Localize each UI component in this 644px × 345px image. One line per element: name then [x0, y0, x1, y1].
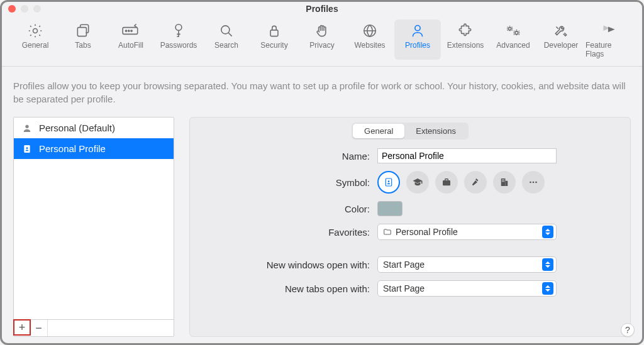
chevron-updown-icon	[542, 226, 553, 238]
intro-text: Profiles allow you to keep your browsing…	[13, 79, 631, 106]
tab-feature-flags[interactable]: Feature Flags	[586, 19, 632, 60]
symbol-briefcase[interactable]	[435, 171, 458, 194]
svg-rect-19	[501, 178, 506, 186]
row-symbol: Symbol:	[201, 171, 619, 194]
svg-point-10	[415, 26, 420, 31]
color-label: Color:	[201, 204, 377, 214]
svg-point-15	[26, 147, 28, 149]
svg-rect-18	[443, 180, 450, 185]
new-windows-popup[interactable]: Start Page	[377, 256, 557, 273]
profile-row-label: Personal Profile	[39, 143, 106, 154]
add-profile-button[interactable]: +	[13, 319, 31, 336]
svg-rect-22	[504, 180, 505, 181]
tab-tabs[interactable]: Tabs	[60, 19, 106, 60]
svg-point-7	[221, 26, 230, 34]
help-button[interactable]: ?	[621, 323, 635, 337]
sidebar-footer: + −	[14, 319, 174, 336]
profile-row-default[interactable]: Personal (Default)	[14, 118, 174, 138]
folder-icon	[383, 227, 392, 236]
svg-point-25	[530, 182, 531, 183]
remove-profile-button[interactable]: −	[30, 320, 48, 336]
preferences-window: Profiles General Tabs AutoFill Passwords…	[0, 0, 644, 345]
svg-point-17	[388, 180, 390, 182]
gears-icon	[504, 22, 522, 40]
chevron-updown-icon	[542, 282, 553, 295]
profile-detail-panel: General Extensions Name: Symbol:	[189, 117, 631, 337]
name-label: Name:	[201, 151, 377, 162]
profiles-sidebar: Personal (Default) Personal Profile + −	[13, 117, 174, 337]
tab-general[interactable]: General	[12, 19, 58, 60]
person-icon	[21, 123, 33, 133]
new-tabs-popup[interactable]: Start Page	[377, 280, 557, 297]
new-windows-label: New windows open with:	[201, 260, 377, 270]
name-field[interactable]	[377, 148, 557, 163]
hand-icon	[314, 22, 330, 40]
svg-point-27	[535, 182, 537, 183]
symbol-label: Symbol:	[201, 177, 377, 188]
profile-row-label: Personal (Default)	[39, 123, 115, 133]
tab-extensions[interactable]: Extensions	[442, 19, 489, 60]
tab-developer[interactable]: Developer	[538, 19, 584, 60]
new-tabs-label: New tabs open with:	[201, 283, 377, 294]
tabs-icon	[75, 22, 91, 40]
key-icon	[170, 22, 187, 40]
svg-rect-23	[502, 181, 503, 182]
tab-passwords[interactable]: Passwords	[155, 19, 202, 60]
detail-segmented-control: General Extensions	[352, 123, 469, 140]
gear-icon	[27, 22, 43, 40]
flags-icon	[599, 22, 618, 40]
row-new-tabs: New tabs open with: Start Page	[201, 280, 619, 297]
tab-security[interactable]: Security	[251, 19, 297, 60]
symbol-hammer[interactable]	[464, 171, 487, 194]
tab-profiles[interactable]: Profiles	[394, 19, 441, 60]
svg-point-12	[515, 31, 518, 35]
globe-icon	[362, 22, 378, 40]
badge-icon	[21, 144, 33, 154]
svg-point-13	[25, 124, 28, 128]
tab-autofill[interactable]: AutoFill	[108, 19, 154, 60]
profiles-list[interactable]: Personal (Default) Personal Profile	[14, 118, 174, 319]
symbol-building[interactable]	[493, 171, 516, 194]
puzzle-icon	[457, 22, 474, 40]
favorites-popup[interactable]: Personal Profile	[377, 224, 557, 240]
svg-point-3	[125, 30, 126, 31]
row-favorites: Favorites: Personal Profile	[201, 224, 619, 240]
tab-privacy[interactable]: Privacy	[299, 19, 345, 60]
tab-search[interactable]: Search	[203, 19, 250, 60]
segment-extensions[interactable]: Extensions	[404, 124, 467, 138]
row-color: Color:	[201, 201, 619, 216]
favorites-value: Personal Profile	[383, 227, 542, 237]
row-new-windows: New windows open with: Start Page	[201, 256, 619, 273]
svg-rect-8	[270, 30, 278, 36]
svg-rect-20	[506, 181, 508, 186]
content-area: Profiles allow you to keep your browsing…	[2, 67, 642, 343]
tab-websites[interactable]: Websites	[347, 19, 393, 60]
profile-row-personal[interactable]: Personal Profile	[14, 138, 174, 159]
color-swatch[interactable]	[377, 201, 402, 216]
segment-general[interactable]: General	[353, 124, 404, 138]
svg-point-6	[175, 25, 182, 31]
columns: Personal (Default) Personal Profile + − …	[13, 117, 631, 337]
tools-icon	[553, 22, 569, 40]
svg-rect-1	[77, 28, 86, 36]
svg-point-0	[33, 29, 38, 33]
search-icon	[218, 22, 235, 40]
titlebar: Profiles	[2, 2, 642, 16]
tab-advanced[interactable]: Advanced	[490, 19, 536, 60]
window-title: Profiles	[2, 4, 642, 14]
new-windows-value: Start Page	[383, 260, 542, 270]
svg-rect-24	[504, 181, 505, 182]
symbol-picker	[377, 171, 545, 194]
chevron-updown-icon	[542, 258, 553, 271]
svg-point-4	[128, 30, 130, 31]
svg-point-11	[508, 28, 511, 30]
symbol-graduation[interactable]	[406, 171, 429, 194]
person-icon	[409, 22, 426, 40]
symbol-more[interactable]	[522, 171, 545, 194]
autofill-icon	[121, 22, 140, 40]
svg-rect-21	[502, 180, 503, 181]
preferences-toolbar: General Tabs AutoFill Passwords Search S…	[2, 16, 642, 67]
symbol-badge[interactable]	[377, 171, 400, 194]
lock-icon	[266, 22, 282, 40]
new-tabs-value: Start Page	[383, 283, 542, 293]
